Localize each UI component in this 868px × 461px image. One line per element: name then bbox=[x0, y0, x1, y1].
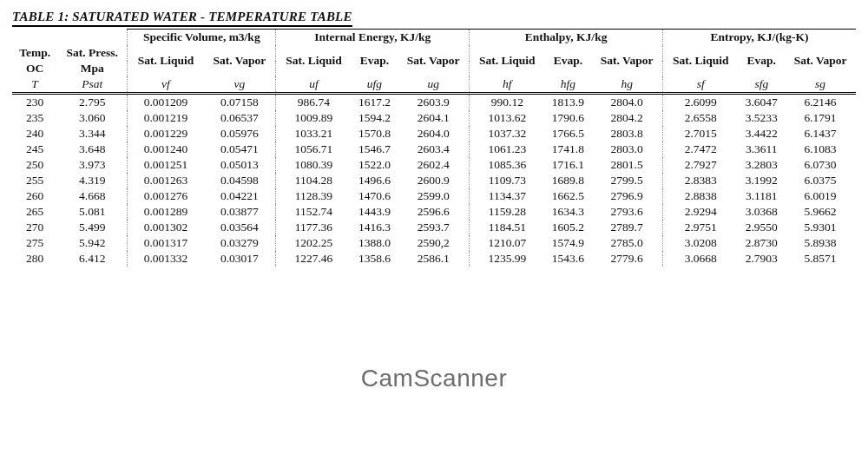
cell-T: 230 bbox=[12, 94, 57, 111]
sym-T: T bbox=[12, 76, 57, 94]
cell-uf: 1033.21 bbox=[276, 126, 352, 142]
col-sf-h1: Sat. Liquid bbox=[663, 45, 739, 76]
cell-sfg: 3.1992 bbox=[738, 173, 785, 188]
sym-Psat: Psat bbox=[57, 76, 128, 94]
cell-T: 235 bbox=[12, 110, 57, 126]
col-hg-h1: Sat. Vapor bbox=[591, 45, 662, 76]
col-hfg-h1: Evap. bbox=[545, 45, 592, 76]
group-entropy: Entropy, KJ/(kg-K) bbox=[663, 30, 856, 46]
col-sg-h1: Sat. Vapor bbox=[785, 45, 856, 76]
cell-sf: 2.9751 bbox=[663, 220, 739, 235]
group-specific-volume: Specific Volume, m3/kg bbox=[128, 30, 276, 46]
col-temp-h1: Temp. bbox=[12, 45, 57, 61]
cell-sfg: 3.6047 bbox=[738, 94, 785, 111]
cell-sfg: 3.2803 bbox=[738, 157, 785, 173]
cell-hfg: 1662.5 bbox=[545, 188, 592, 204]
cell-hg: 2779.6 bbox=[591, 251, 662, 267]
cell-uf: 1009.89 bbox=[276, 110, 352, 126]
cell-hg: 2803.0 bbox=[591, 142, 662, 157]
cell-vg: 0.05976 bbox=[204, 126, 276, 142]
cell-ug: 2603.4 bbox=[398, 142, 469, 157]
cell-sg: 6.0375 bbox=[785, 173, 856, 188]
cell-hf: 1085.36 bbox=[470, 157, 545, 173]
cell-hfg: 1689.8 bbox=[545, 173, 592, 188]
cell-sg: 6.1437 bbox=[785, 126, 856, 142]
cell-vf: 0.001209 bbox=[128, 94, 204, 111]
table-row: 2302.7950.0012090.07158986.741617.22603.… bbox=[12, 94, 856, 111]
cell-vf: 0.001229 bbox=[128, 126, 204, 142]
col-psat-h2: Mpa bbox=[57, 61, 128, 76]
cell-vf: 0.001332 bbox=[128, 251, 204, 267]
cell-vg: 0.03279 bbox=[204, 235, 276, 251]
cell-ufg: 1470.6 bbox=[352, 188, 398, 204]
cell-sfg: 2.8730 bbox=[738, 235, 785, 251]
cell-vg: 0.07158 bbox=[204, 94, 276, 111]
cell-Psat: 2.795 bbox=[57, 94, 128, 111]
sym-hfg: hfg bbox=[545, 76, 592, 94]
col-uf-h1: Sat. Liquid bbox=[276, 45, 352, 76]
cell-hf: 1235.99 bbox=[470, 251, 545, 267]
cell-sfg: 2.9550 bbox=[738, 220, 785, 235]
cell-ug: 2590,2 bbox=[398, 235, 469, 251]
cell-Psat: 5.942 bbox=[57, 235, 128, 251]
cell-ufg: 1388.0 bbox=[352, 235, 398, 251]
cell-Psat: 3.648 bbox=[57, 142, 128, 157]
col-ufg-h1: Evap. bbox=[352, 45, 398, 76]
cell-Psat: 6.412 bbox=[57, 251, 128, 267]
cell-vf: 0.001219 bbox=[128, 110, 204, 126]
cell-vg: 0.05471 bbox=[204, 142, 276, 157]
sym-sf: sf bbox=[663, 76, 739, 94]
table-row: 2705.4990.0013020.035641177.361416.32593… bbox=[12, 220, 856, 235]
table-row: 2604.6680.0012760.042211128.391470.62599… bbox=[12, 188, 856, 204]
table-row: 2554.3190.0012630.045981104.281496.62600… bbox=[12, 173, 856, 188]
sym-vf: vf bbox=[128, 76, 204, 94]
cell-T: 260 bbox=[12, 188, 57, 204]
cell-Psat: 4.319 bbox=[57, 173, 128, 188]
cell-sg: 5.9301 bbox=[785, 220, 856, 235]
cell-hfg: 1634.3 bbox=[545, 204, 592, 220]
sym-hf: hf bbox=[470, 76, 545, 94]
cell-hg: 2785.0 bbox=[591, 235, 662, 251]
cell-ug: 2602.4 bbox=[398, 157, 469, 173]
cell-ug: 2596.6 bbox=[398, 204, 469, 220]
cell-vf: 0.001263 bbox=[128, 173, 204, 188]
col-sfg-h1: Evap. bbox=[738, 45, 785, 76]
cell-hg: 2801.5 bbox=[591, 157, 662, 173]
cell-Psat: 4.668 bbox=[57, 188, 128, 204]
cell-Psat: 3.973 bbox=[57, 157, 128, 173]
sym-uf: uf bbox=[276, 76, 352, 94]
watermark-text: CamScanner bbox=[0, 365, 868, 392]
table-row: 2503.9730.0012510.050131080.391522.02602… bbox=[12, 157, 856, 173]
cell-uf: 986.74 bbox=[276, 94, 352, 111]
cell-hfg: 1766.5 bbox=[545, 126, 592, 142]
cell-hg: 2793.6 bbox=[591, 204, 662, 220]
cell-sf: 3.0208 bbox=[663, 235, 739, 251]
cell-Psat: 3.060 bbox=[57, 110, 128, 126]
cell-ufg: 1546.7 bbox=[352, 142, 398, 157]
cell-vf: 0.001302 bbox=[128, 220, 204, 235]
cell-vg: 0.04598 bbox=[204, 173, 276, 188]
cell-ufg: 1496.6 bbox=[352, 173, 398, 188]
cell-hfg: 1741.8 bbox=[545, 142, 592, 157]
cell-sfg: 3.3611 bbox=[738, 142, 785, 157]
sym-sg: sg bbox=[785, 76, 856, 94]
cell-sfg: 3.0368 bbox=[738, 204, 785, 220]
cell-sf: 2.7472 bbox=[663, 142, 739, 157]
cell-hfg: 1605.2 bbox=[545, 220, 592, 235]
cell-vg: 0.03017 bbox=[204, 251, 276, 267]
col-psat-h1: Sat. Press. bbox=[57, 45, 128, 61]
table-title: TABLE 1: SATURATED WATER - TEMPERATURE T… bbox=[12, 10, 352, 27]
cell-sg: 6.1083 bbox=[785, 142, 856, 157]
group-enthalpy: Enthalpy, KJ/kg bbox=[470, 30, 663, 46]
cell-hfg: 1716.1 bbox=[545, 157, 592, 173]
cell-T: 240 bbox=[12, 126, 57, 142]
col-vf-h1: Sat. Liquid bbox=[128, 45, 204, 76]
cell-Psat: 5.081 bbox=[57, 204, 128, 220]
cell-sg: 5.8938 bbox=[785, 235, 856, 251]
sym-ufg: ufg bbox=[352, 76, 398, 94]
cell-hf: 1159.28 bbox=[470, 204, 545, 220]
cell-uf: 1152.74 bbox=[276, 204, 352, 220]
sym-ug: ug bbox=[398, 76, 469, 94]
sym-sfg: sfg bbox=[738, 76, 785, 94]
cell-vg: 0.03564 bbox=[204, 220, 276, 235]
